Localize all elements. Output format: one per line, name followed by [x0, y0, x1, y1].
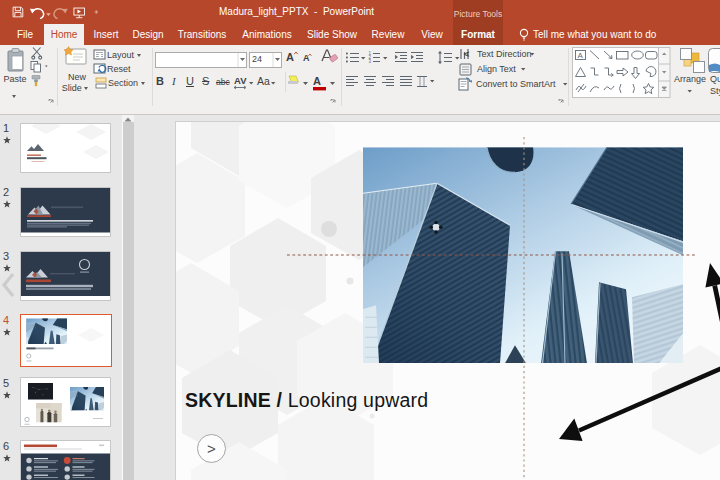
svg-text:A: A	[462, 51, 471, 57]
svg-text:A: A	[578, 51, 584, 60]
svg-text:3: 3	[369, 59, 372, 64]
